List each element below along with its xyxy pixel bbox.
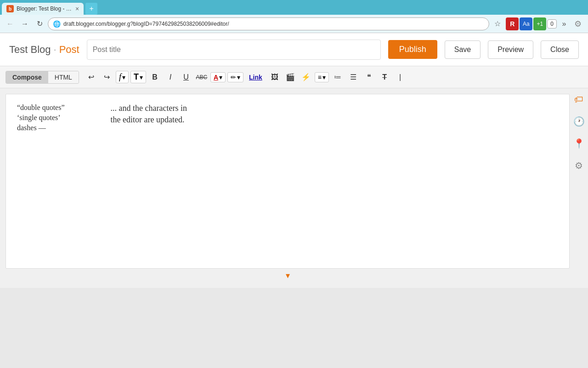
align-icon: ≡ [318, 74, 322, 81]
editor-line-2: ‘single quotes’ [17, 114, 65, 122]
header-bar: Test Blog · Post Publish Save Preview Cl… [0, 33, 588, 66]
ordered-list-icon: ≔ [334, 73, 341, 81]
back-button[interactable]: ← [4, 17, 17, 30]
editor-line-4: ... and the characters in [111, 104, 187, 113]
bookmark-star-button[interactable]: ☆ [491, 17, 504, 30]
remove-format-icon: T [382, 73, 387, 81]
blockquote-icon: ❝ [367, 73, 371, 81]
insert-special-button[interactable]: ⚡ [299, 70, 313, 84]
undo-icon: ↩ [88, 73, 94, 81]
sidebar-options-button[interactable]: ⚙ [572, 159, 585, 172]
strikethrough-icon: ABC [196, 74, 208, 80]
link-button[interactable]: Link [245, 72, 266, 83]
font-family-icon: f [119, 72, 121, 82]
new-tab-button[interactable]: + [85, 3, 97, 15]
italic-button[interactable]: I [164, 70, 177, 84]
special-chars-icon: ⚡ [301, 73, 311, 81]
editor-container: “double quotes” ‘single quotes’ dashes —… [0, 88, 570, 288]
label-icon: 🏷 [574, 94, 583, 105]
save-button[interactable]: Save [445, 40, 481, 59]
unordered-list-icon: ☰ [350, 73, 356, 81]
plus1-button[interactable]: +1 [533, 17, 546, 30]
compose-mode-button[interactable]: Compose [6, 71, 48, 83]
alignment-dropdown[interactable]: ≡ ▾ [315, 72, 329, 82]
editor-column-1: “double quotes” ‘single quotes’ dashes — [17, 104, 65, 134]
more-icon: | [399, 73, 401, 81]
blockquote-button[interactable]: ❝ [362, 70, 376, 84]
sidebar-schedule-button[interactable]: 🕐 [572, 115, 585, 128]
chevron-down-icon: ▾ [140, 74, 143, 81]
settings-icon: ⚙ [575, 160, 583, 171]
underline-button[interactable]: U [179, 70, 193, 84]
bold-icon: B [152, 73, 158, 81]
text-color-icon: A [214, 74, 218, 81]
more-extensions-button[interactable]: » [558, 17, 571, 30]
close-button[interactable]: Close [541, 40, 579, 59]
highlight-color-dropdown[interactable]: ✏ ▾ [227, 72, 243, 82]
bold-button[interactable]: B [148, 70, 162, 84]
forward-button[interactable]: → [18, 17, 31, 30]
font-size-dropdown[interactable]: T ▾ [130, 71, 146, 83]
unordered-list-button[interactable]: ☰ [346, 70, 360, 84]
strikethrough-button[interactable]: ABC [195, 70, 209, 84]
preview-button[interactable]: Preview [488, 40, 533, 59]
html-mode-button[interactable]: HTML [48, 71, 79, 83]
dictionary-button[interactable]: Aa [520, 17, 532, 30]
redo-icon: ↪ [104, 73, 110, 81]
refresh-icon: ↻ [37, 19, 43, 28]
post-title-input[interactable] [87, 40, 381, 60]
collapse-icon: ▾ [286, 271, 290, 280]
chevron-down-icon: ▾ [122, 74, 125, 81]
publish-button[interactable]: Publish [388, 40, 437, 59]
editor-column-2: ... and the characters in the editor are… [111, 104, 187, 134]
redo-button[interactable]: ↪ [100, 70, 114, 84]
video-icon: 🎬 [286, 73, 295, 81]
globe-icon: 🌐 [53, 20, 61, 28]
more-format-button[interactable]: | [393, 70, 407, 84]
address-bar[interactable]: 🌐 draft.blogger.com/blogger.g?blogID=797… [48, 17, 489, 30]
counter-badge: 0 [547, 19, 557, 29]
highlight-icon: ✏ [231, 74, 236, 81]
editor-toolbar: Compose HTML ↩ ↪ f ▾ T ▾ B I U ABC [0, 66, 588, 88]
extension-buttons: R Aa +1 0 » ⚙ [506, 17, 584, 30]
address-text: draft.blogger.com/blogger.g?blogID=79746… [63, 21, 229, 27]
tab-bar: b Blogger: Test Blog - Cre... × + [0, 0, 588, 15]
post-section-label[interactable]: Post [59, 44, 79, 56]
settings-wrench-button[interactable]: ⚙ [571, 17, 584, 30]
ordered-list-button[interactable]: ≔ [331, 70, 345, 84]
undo-button[interactable]: ↩ [85, 70, 98, 84]
refresh-button[interactable]: ↻ [33, 17, 46, 30]
page-content: Test Blog · Post Publish Save Preview Cl… [0, 33, 588, 288]
readability-button[interactable]: R [506, 17, 519, 30]
tab-title: Blogger: Test Blog - Cre... [17, 6, 72, 12]
collapse-editor-button[interactable]: ▾ [6, 269, 570, 282]
font-size-icon: T [134, 72, 139, 82]
clock-icon: 🕐 [573, 116, 585, 127]
star-icon: ☆ [494, 19, 501, 28]
chevron-down-icon: ▾ [237, 74, 240, 81]
insert-video-button[interactable]: 🎬 [283, 70, 297, 84]
editor-sidebar-container: “double quotes” ‘single quotes’ dashes —… [0, 88, 588, 288]
sidebar-location-button[interactable]: 📍 [572, 137, 585, 150]
forward-icon: → [21, 20, 28, 28]
nav-bar: ← → ↻ 🌐 draft.blogger.com/blogger.g?blog… [0, 15, 588, 33]
location-icon: 📍 [573, 138, 585, 149]
sidebar-labels-button[interactable]: 🏷 [572, 93, 585, 106]
insert-image-button[interactable]: 🖼 [268, 70, 282, 84]
editor-line-3: dashes — [17, 124, 65, 132]
editor-line-5: the editor are updated. [111, 115, 187, 125]
active-tab[interactable]: b Blogger: Test Blog - Cre... × [2, 3, 84, 15]
text-color-dropdown[interactable]: A ▾ [210, 72, 226, 82]
chevron-down-icon: ▾ [322, 74, 326, 81]
breadcrumb-separator: · [54, 44, 57, 56]
blog-name[interactable]: Test Blog [9, 44, 51, 56]
tab-close-button[interactable]: × [75, 5, 79, 12]
editor-area[interactable]: “double quotes” ‘single quotes’ dashes —… [6, 94, 570, 269]
editor-line-1: “double quotes” [17, 104, 65, 112]
browser-chrome: b Blogger: Test Blog - Cre... × + ← → ↻ … [0, 0, 588, 33]
remove-format-button[interactable]: T [378, 70, 391, 84]
chevron-down-icon: ▾ [219, 74, 222, 81]
font-family-dropdown[interactable]: f ▾ [116, 71, 129, 83]
tab-favicon: b [6, 5, 14, 12]
back-icon: ← [6, 20, 14, 28]
